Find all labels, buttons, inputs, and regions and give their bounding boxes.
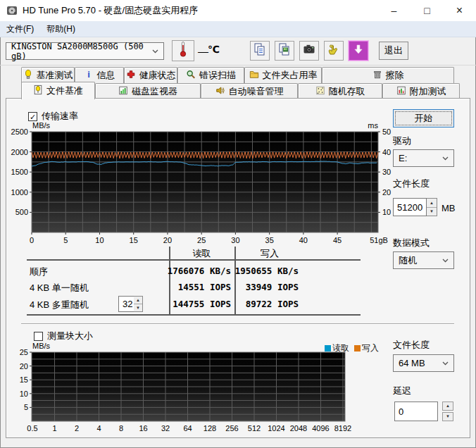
chart-grid-icon bbox=[396, 85, 406, 98]
svg-text:ms: ms bbox=[368, 121, 378, 130]
block-size-checkbox-label: 测量块大小 bbox=[47, 330, 93, 342]
delay-stepper[interactable]: ▲▼ bbox=[442, 402, 453, 421]
block-size-checkbox[interactable]: 测量块大小 bbox=[34, 330, 93, 342]
tab-noise-management[interactable]: 自动噪音管理 bbox=[201, 83, 298, 99]
minimize-button[interactable]: – bbox=[378, 0, 410, 21]
tab-disk-monitor[interactable]: 磁盘监视器 bbox=[95, 83, 201, 99]
maximize-button[interactable]: □ bbox=[411, 0, 443, 21]
copy-image-icon bbox=[277, 42, 292, 59]
svg-text:512: 512 bbox=[248, 424, 261, 433]
row-sequential-label: 顺序 bbox=[30, 266, 48, 278]
update-button[interactable] bbox=[349, 41, 368, 61]
4k-single-write-value: 33949 IOPS bbox=[208, 282, 299, 292]
delay-label: 延迟 bbox=[393, 385, 411, 397]
temperature-value: — bbox=[198, 45, 208, 57]
svg-text:16: 16 bbox=[139, 424, 147, 433]
transfer-rate-chart: MB/sms5001000150020002500102030405005101… bbox=[0, 120, 394, 248]
transfer-rate-checkbox[interactable]: ✓ 传输速率 bbox=[28, 110, 78, 123]
svg-text:5: 5 bbox=[24, 403, 28, 411]
svg-text:1: 1 bbox=[52, 424, 56, 433]
tab-label: 擦除 bbox=[386, 69, 404, 82]
data-mode-select[interactable]: 随机 bbox=[393, 251, 454, 269]
copy-text-button[interactable] bbox=[250, 41, 270, 61]
sequential-write-value: 1950655 KB/s bbox=[208, 266, 299, 276]
tab-label: 基准测试 bbox=[37, 69, 73, 82]
close-button[interactable]: × bbox=[444, 0, 475, 21]
svg-text:32: 32 bbox=[161, 424, 170, 433]
tab-erase[interactable]: 擦除 bbox=[322, 67, 454, 83]
write-legend-label: 写入 bbox=[362, 342, 379, 354]
svg-text:20: 20 bbox=[163, 236, 172, 244]
menu-help[interactable]: 帮助(H) bbox=[40, 21, 82, 37]
app-window: HD Tune Pro 5.70 - 硬盘/固态硬盘实用程序 – □ × 文件(… bbox=[0, 0, 476, 448]
dotted-square-icon bbox=[315, 85, 325, 98]
svg-text:1024: 1024 bbox=[268, 424, 284, 433]
device-select-value: KINGSTON SA2000M8500G (500 gB) bbox=[11, 42, 152, 61]
tab-extra-tests[interactable]: 附加测试 bbox=[382, 83, 460, 99]
tab-label: 信息 bbox=[97, 69, 115, 82]
copy-image-button[interactable] bbox=[275, 41, 294, 61]
4k-multi-write-value: 89722 IOPS bbox=[208, 299, 299, 309]
svg-text:2048: 2048 bbox=[290, 424, 307, 433]
file-length-input[interactable]: 51200 bbox=[393, 198, 427, 216]
file-length-stepper[interactable]: ▲▼ bbox=[427, 198, 437, 216]
svg-text:25: 25 bbox=[20, 348, 28, 356]
svg-text:1000: 1000 bbox=[11, 188, 28, 197]
tab-random-access[interactable]: 随机存取 bbox=[298, 83, 382, 99]
file-length-unit: MB bbox=[441, 203, 456, 213]
write-legend-swatch bbox=[354, 345, 361, 351]
read-legend-label: 读取 bbox=[332, 342, 349, 354]
svg-text:500: 500 bbox=[15, 208, 28, 216]
device-select[interactable]: KINGSTON SA2000M8500G (500 gB) bbox=[6, 42, 164, 60]
tab-info[interactable]: i 信息 bbox=[75, 67, 124, 83]
menu-bar: 文件(F) 帮助(H) bbox=[0, 21, 476, 37]
menu-file[interactable]: 文件(F) bbox=[0, 21, 40, 37]
tab-label: 自动噪音管理 bbox=[229, 85, 284, 98]
tab-benchmark[interactable]: 基准测试 bbox=[21, 67, 75, 83]
svg-text:5: 5 bbox=[63, 236, 68, 244]
svg-text:4: 4 bbox=[96, 424, 101, 433]
tab-label: 错误扫描 bbox=[199, 69, 236, 82]
delay-value: 0 bbox=[399, 406, 403, 417]
start-button[interactable]: 开始 bbox=[393, 109, 454, 127]
drive-select[interactable]: E: bbox=[393, 149, 454, 167]
row-4k-single-label: 4 KB 单一随机 bbox=[30, 282, 89, 294]
row-4k-multi-label: 4 KB 多重随机 bbox=[30, 299, 89, 311]
svg-text:25: 25 bbox=[197, 236, 206, 244]
tab-label: 磁盘监视器 bbox=[132, 85, 177, 98]
svg-text:30: 30 bbox=[382, 168, 391, 176]
table-bottom-rule bbox=[27, 314, 361, 316]
exit-button[interactable]: 退出 bbox=[379, 42, 408, 60]
svg-text:30: 30 bbox=[231, 236, 239, 244]
checkbox-check-icon: ✓ bbox=[28, 112, 37, 121]
file-benchmark-icon bbox=[33, 85, 43, 97]
queue-depth-input[interactable]: 32 bbox=[118, 296, 134, 312]
section-divider-highlight bbox=[21, 324, 454, 325]
temperature-button[interactable] bbox=[172, 40, 194, 61]
hand-coin-icon bbox=[327, 42, 341, 59]
trash-icon bbox=[372, 69, 382, 82]
svg-text:4096: 4096 bbox=[312, 424, 329, 433]
spin-down-icon[interactable]: ▼ bbox=[427, 208, 437, 216]
svg-text:51gB: 51gB bbox=[370, 236, 388, 244]
svg-text:20: 20 bbox=[20, 362, 28, 371]
tab-label: 文件夹占用率 bbox=[263, 69, 318, 82]
file-length2-select[interactable]: 64 MB bbox=[393, 354, 454, 372]
delay-input[interactable]: 0 bbox=[394, 402, 438, 421]
transfer-rate-checkbox-label: 传输速率 bbox=[42, 110, 78, 123]
lamp-icon bbox=[23, 69, 33, 82]
svg-text:20: 20 bbox=[382, 188, 391, 197]
tab-file-benchmark[interactable]: 文件基准 bbox=[21, 82, 95, 99]
svg-text:0.5: 0.5 bbox=[27, 424, 37, 433]
spin-up-icon[interactable]: ▲ bbox=[427, 199, 437, 208]
svg-text:0: 0 bbox=[30, 236, 34, 244]
donate-button[interactable] bbox=[324, 41, 344, 61]
spin-down-icon[interactable]: ▼ bbox=[442, 412, 453, 421]
svg-text:8192: 8192 bbox=[334, 424, 351, 433]
tab-health[interactable]: 健康状态 bbox=[124, 67, 177, 83]
tab-folder-usage[interactable]: 文件夹占用率 bbox=[244, 67, 322, 83]
file-length-value: 51200 bbox=[397, 202, 422, 213]
tab-error-scan[interactable]: 错误扫描 bbox=[177, 67, 244, 83]
spin-up-icon[interactable]: ▲ bbox=[442, 402, 453, 411]
screenshot-button[interactable] bbox=[299, 41, 319, 61]
